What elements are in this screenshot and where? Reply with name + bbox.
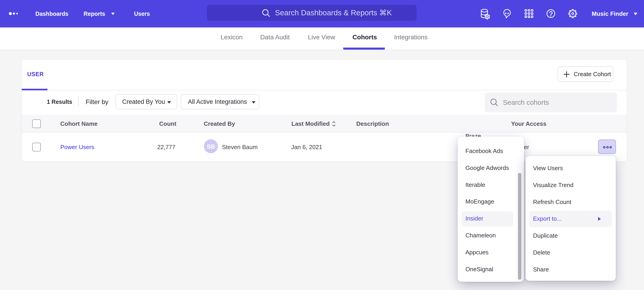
svg-text:SB: SB [207, 143, 215, 150]
